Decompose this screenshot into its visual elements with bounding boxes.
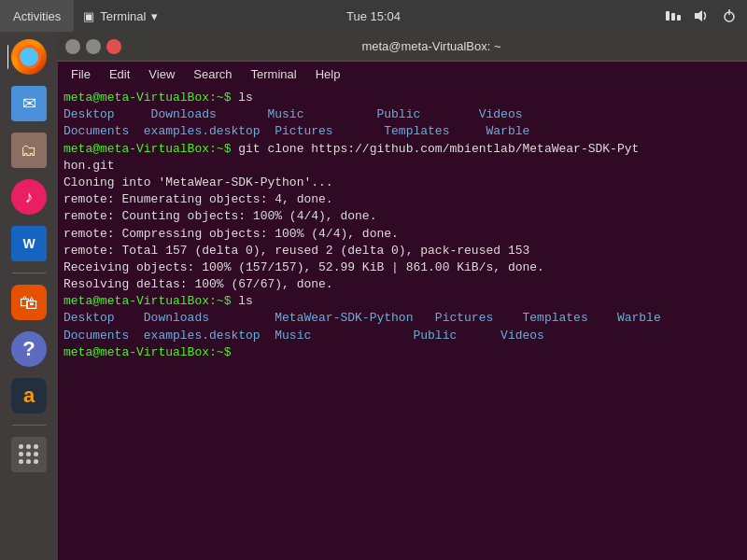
- terminal-line-1: meta@meta-VirtualBox:~$ ls: [63, 90, 741, 106]
- svg-rect-0: [666, 11, 669, 21]
- prompt-4: meta@meta-VirtualBox:~$: [63, 345, 231, 359]
- volume-icon[interactable]: [691, 6, 712, 26]
- terminal-window-title: meta@meta-VirtualBox: ~: [361, 39, 500, 53]
- terminal-line-3: Documents examples.desktop Pictures Temp…: [63, 123, 741, 140]
- topbar: Activities ▣ Terminal ▾ Tue 15:04: [0, 0, 747, 32]
- terminal-line-4: meta@meta-VirtualBox:~$ git clone https:…: [63, 141, 741, 158]
- terminal-taskbar-label: Terminal: [100, 9, 146, 23]
- topbar-left: Activities ▣ Terminal ▾: [0, 0, 167, 32]
- terminal-line-12: meta@meta-VirtualBox:~$ ls: [63, 293, 741, 310]
- sidebar-item-apps[interactable]: [7, 433, 50, 476]
- terminal-line-10: Receiving objects: 100% (157/157), 52.99…: [63, 259, 741, 276]
- prompt-2: meta@meta-VirtualBox:~$: [63, 142, 231, 156]
- topbar-clock: Tue 15:04: [346, 9, 401, 23]
- terminal-line-4b: hon.git: [63, 158, 741, 175]
- terminal-body[interactable]: meta@meta-VirtualBox:~$ ls Desktop Downl…: [58, 86, 747, 560]
- prompt-1: meta@meta-VirtualBox:~$: [63, 91, 231, 105]
- terminal-line-8: remote: Compressing objects: 100% (4/4),…: [63, 226, 741, 243]
- terminal-titlebar: meta@meta-VirtualBox: ~: [58, 32, 747, 62]
- menu-search[interactable]: Search: [184, 62, 241, 86]
- terminal-menubar: File Edit View Search Terminal Help: [58, 62, 747, 86]
- menu-terminal[interactable]: Terminal: [242, 62, 306, 86]
- sidebar-item-mail[interactable]: ✉: [7, 82, 50, 125]
- sidebar-item-music[interactable]: ♪: [7, 175, 50, 218]
- sidebar-item-amazon[interactable]: a: [7, 374, 50, 417]
- terminal-line-9: remote: Total 157 (delta 0), reused 2 (d…: [63, 243, 741, 259]
- menu-edit[interactable]: Edit: [100, 62, 139, 86]
- close-button[interactable]: [106, 39, 121, 54]
- maximize-button[interactable]: [86, 39, 101, 54]
- terminal-line-7: remote: Counting objects: 100% (4/4), do…: [63, 208, 741, 225]
- terminal-taskbar-item[interactable]: ▣ Terminal ▾: [74, 0, 167, 32]
- svg-rect-2: [677, 15, 681, 21]
- minimize-button[interactable]: [65, 39, 80, 54]
- svg-rect-1: [671, 13, 675, 21]
- terminal-line-14: Documents examples.desktop Music Public …: [63, 328, 741, 344]
- sidebar-item-files[interactable]: 🗂: [7, 129, 50, 172]
- menu-file[interactable]: File: [62, 62, 100, 86]
- terminal-line-11: Resolving deltas: 100% (67/67), done.: [63, 276, 741, 293]
- sidebar-item-store[interactable]: 🛍: [7, 281, 50, 324]
- activities-button[interactable]: Activities: [0, 0, 74, 32]
- terminal-taskbar-chevron: ▾: [151, 9, 158, 23]
- terminal-line-2: Desktop Downloads Music Public Videos: [63, 106, 741, 123]
- network-icon[interactable]: [663, 6, 684, 26]
- power-icon[interactable]: [719, 6, 740, 26]
- menu-view[interactable]: View: [139, 62, 184, 86]
- prompt-3: meta@meta-VirtualBox:~$: [63, 294, 231, 308]
- terminal-line-13: Desktop Downloads MetaWear-SDK-Python Pi…: [63, 310, 741, 327]
- terminal-line-5: Cloning into 'MetaWear-SDK-Python'...: [63, 175, 741, 191]
- terminal-window-buttons: [65, 39, 121, 54]
- sidebar: ✉ 🗂 ♪ W 🛍 ? a: [0, 32, 58, 560]
- terminal-line-15: meta@meta-VirtualBox:~$: [63, 344, 741, 361]
- terminal-line-6: remote: Enumerating objects: 4, done.: [63, 191, 741, 208]
- menu-help[interactable]: Help: [306, 62, 350, 86]
- sidebar-item-libreoffice[interactable]: W: [7, 222, 50, 265]
- sidebar-item-help[interactable]: ?: [7, 328, 50, 371]
- sidebar-separator-2: [12, 425, 46, 426]
- terminal-window: meta@meta-VirtualBox: ~ File Edit View S…: [58, 32, 747, 560]
- svg-marker-3: [695, 10, 702, 21]
- sidebar-separator: [12, 273, 46, 273]
- terminal-taskbar-icon: ▣: [83, 9, 94, 23]
- topbar-right: [663, 6, 747, 26]
- sidebar-item-firefox[interactable]: [7, 35, 50, 78]
